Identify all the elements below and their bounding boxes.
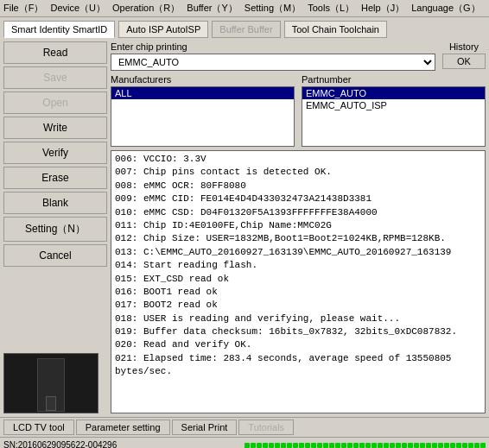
progress-dot	[420, 443, 425, 448]
progress-dot	[293, 443, 298, 448]
progress-dot	[341, 443, 346, 448]
progress-dot	[468, 443, 473, 448]
progress-dot	[299, 443, 304, 448]
menu-language[interactable]: Language（G）	[411, 2, 480, 15]
write-button[interactable]: Write	[3, 117, 107, 139]
read-button[interactable]: Read	[3, 41, 107, 64]
tab-auto-isp[interactable]: Auto ISP AutoISP	[118, 21, 208, 38]
progress-dot	[359, 443, 365, 448]
progress-dot	[414, 443, 419, 448]
progress-dot	[263, 443, 268, 448]
menu-setting[interactable]: Setting（M）	[244, 2, 301, 15]
log-line: 017: BOOT2 read ok	[115, 299, 481, 312]
menubar: File（F） Device（U） Operation（R） Buffer（Y）…	[0, 0, 489, 17]
partnumber-col: Partnumber EMMC_AUTO EMMC_AUTO_ISP	[302, 74, 486, 147]
progress-dot	[390, 443, 395, 448]
progress-dot	[317, 443, 322, 448]
progress-dot	[287, 443, 292, 448]
history-ok-button[interactable]: OK	[442, 54, 486, 69]
log-line: 007: Chip pins contact is detected OK.	[115, 166, 481, 179]
partnumber-emmc-auto[interactable]: EMMC_AUTO	[302, 87, 485, 99]
tab-serial-print[interactable]: Serial Print	[172, 420, 238, 435]
progress-dot	[396, 443, 401, 448]
progress-dot	[305, 443, 310, 448]
progress-dot	[402, 443, 407, 448]
progress-dot	[257, 443, 262, 448]
verify-button[interactable]: Verify	[3, 142, 107, 164]
tab-tutorials: Tutorials	[238, 420, 294, 435]
progress-dot	[444, 443, 449, 448]
progress-dot	[456, 443, 461, 448]
open-button: Open	[3, 91, 107, 114]
tab-buffer: Buffer Buffer	[212, 21, 280, 38]
progress-dot	[251, 443, 256, 448]
main-content: Read Save Open Write Verify Erase Blank …	[0, 38, 489, 417]
statusbar: SN:20160629095622-004296	[0, 437, 489, 448]
log-line: 013: C:\EMMC_AUTO_20160927_163139\EMMC_A…	[115, 246, 481, 259]
progress-dot	[462, 443, 467, 448]
manufacturer-all[interactable]: ALL	[111, 87, 294, 99]
progress-dot	[438, 443, 443, 448]
manufacturers-list[interactable]: ALL	[111, 86, 295, 147]
log-line: 014: Start reading flash.	[115, 259, 481, 272]
progress-dot	[275, 443, 280, 448]
erase-button[interactable]: Erase	[3, 167, 107, 189]
chip-select[interactable]: EMMC_AUTO	[111, 54, 435, 71]
partnumber-emmc-auto-isp[interactable]: EMMC_AUTO_ISP	[302, 99, 485, 111]
tab-lcd-tv-tool[interactable]: LCD TV tool	[3, 420, 74, 435]
menu-device[interactable]: Device（U）	[50, 2, 105, 15]
progress-dot	[329, 443, 334, 448]
menu-buffer[interactable]: Buffer（Y）	[187, 2, 238, 15]
toolbar: Smart Identity SmartID Auto ISP AutoISP …	[0, 17, 489, 38]
progress-dot	[353, 443, 359, 448]
log-area: 006: VCCIO: 3.3V007: Chip pins contact i…	[111, 150, 486, 413]
enter-chip-label: Enter chip printing	[111, 41, 435, 52]
progress-dot	[323, 443, 328, 448]
log-line: 011: Chip ID:4E0100FE,Chip Name:MMC02G	[115, 219, 481, 232]
tab-smart-identity[interactable]: Smart Identity SmartID	[3, 21, 115, 38]
progress-dot	[244, 443, 250, 448]
status-text: SN:20160629095622-004296	[3, 440, 241, 448]
right-panel: Enter chip printing EMMC_AUTO History OK…	[111, 41, 486, 413]
log-line: 008: eMMC OCR: 80FF8080	[115, 180, 481, 192]
menu-operation[interactable]: Operation（R）	[112, 2, 180, 15]
log-line: 015: EXT_CSD read ok	[115, 273, 481, 286]
tab-tool-chain[interactable]: Tool Chain Toolchain	[284, 21, 387, 38]
progress-dot	[372, 443, 377, 448]
log-line: 006: VCCIO: 3.3V	[115, 153, 481, 166]
menu-tools[interactable]: Tools（L）	[308, 2, 354, 15]
menu-help[interactable]: Help（J）	[361, 2, 404, 15]
log-line: 012: Chip Size: USER=1832MB,Boot1=Boot2=…	[115, 232, 481, 245]
log-line: 021: Elapsed time: 283.4 seconds, averag…	[115, 352, 481, 379]
progress-dot	[269, 443, 274, 448]
chip-row: Enter chip printing EMMC_AUTO History OK	[111, 41, 486, 71]
bottom-bar: LCD TV tool Parameter setting Serial Pri…	[0, 417, 489, 437]
partnumber-list[interactable]: EMMC_AUTO EMMC_AUTO_ISP	[302, 86, 486, 147]
log-line: 016: BOOT1 read ok	[115, 286, 481, 299]
blank-button[interactable]: Blank	[3, 192, 107, 214]
log-line: 019: Buffer data checksum: 16bits_0x7832…	[115, 325, 481, 338]
progress-dot	[432, 443, 437, 448]
progress-dot	[378, 443, 383, 448]
chip-select-row: EMMC_AUTO	[111, 54, 435, 71]
progress-dot	[281, 443, 286, 448]
chip-left: Enter chip printing EMMC_AUTO	[111, 41, 435, 71]
left-panel: Read Save Open Write Verify Erase Blank …	[3, 41, 107, 413]
history-box: History OK	[442, 41, 486, 69]
log-line: 018: USER is reading and verifying, plea…	[115, 312, 481, 325]
lists-row: Manufacturers ALL Partnumber EMMC_AUTO E…	[111, 74, 486, 147]
progress-dot	[311, 443, 316, 448]
tab-parameter-setting[interactable]: Parameter setting	[76, 420, 170, 435]
progress-dot	[347, 443, 352, 448]
setting-button[interactable]: Setting（N）	[3, 217, 107, 242]
progress-dot	[474, 443, 479, 448]
cancel-button[interactable]: Cancel	[3, 244, 107, 267]
log-line: 010: eMMC CSD: D04F01320F5A1393FFFFFFFE3…	[115, 206, 481, 219]
device-image	[3, 353, 98, 413]
progress-dot	[384, 443, 389, 448]
menu-file[interactable]: File（F）	[3, 2, 43, 15]
progress-dots	[244, 443, 486, 448]
progress-dot	[408, 443, 413, 448]
save-button: Save	[3, 66, 107, 89]
history-label: History	[449, 41, 479, 52]
